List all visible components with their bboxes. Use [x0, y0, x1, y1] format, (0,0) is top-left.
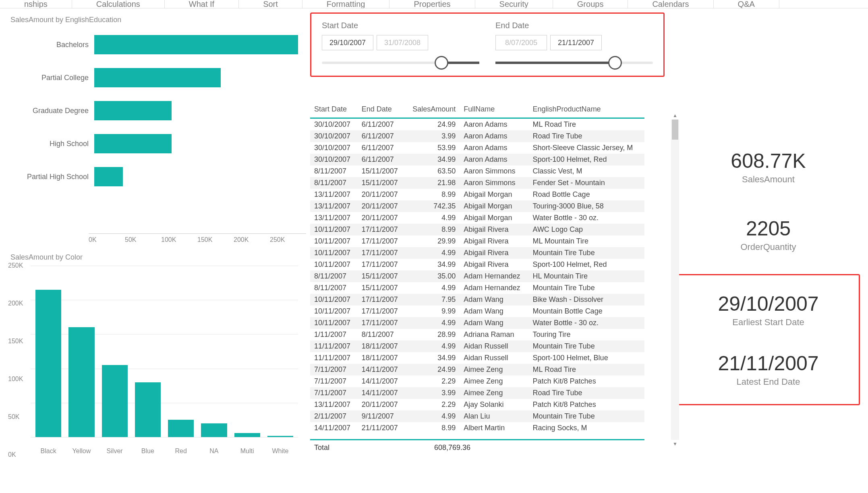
table-header[interactable]: FullName [460, 101, 528, 118]
start-date-from-input[interactable] [322, 35, 373, 50]
vbar-bar[interactable] [68, 327, 94, 437]
table-cell: 15/11/2007 [358, 177, 405, 189]
card-earliest-date[interactable]: 29/10/2007 Earliest Start Date [686, 292, 851, 328]
table-cell: 4.99 [405, 317, 460, 329]
table-cell: 14/11/2007 [358, 387, 405, 399]
ribbon-tab[interactable]: Sort [239, 0, 302, 8]
vbar-bar[interactable] [234, 433, 260, 437]
table-row[interactable]: 8/11/200715/11/200735.00Adam HernandezHL… [310, 270, 644, 282]
start-date-to-input[interactable] [377, 35, 428, 50]
table-row[interactable]: 8/11/200715/11/200763.50Aaron SimmonsCla… [310, 165, 644, 177]
card-order-quantity[interactable]: 2205 OrderQuantity [677, 217, 860, 252]
table-row[interactable]: 10/11/200717/11/20079.99Adam WangMountai… [310, 305, 644, 317]
axis-tick: 50K [8, 413, 19, 421]
table-row[interactable]: 7/11/200714/11/20073.99Aimee ZengRoad Ti… [310, 387, 644, 399]
end-date-from-input[interactable] [495, 35, 547, 50]
table-cell: 4.99 [405, 212, 460, 224]
table-cell: 9/11/2007 [358, 410, 405, 422]
end-date-to-input[interactable] [550, 35, 602, 50]
vbar-category-label: NA [201, 448, 227, 455]
table-total-label: Total [310, 440, 364, 456]
table-row[interactable]: 7/11/200714/11/20072.29Aimee ZengPatch K… [310, 375, 644, 387]
ribbon-tab[interactable]: What If [165, 0, 239, 8]
ribbon-tab[interactable]: nships [0, 0, 72, 8]
table-cell: ML Road Tire [529, 364, 644, 375]
table-header[interactable]: SalesAmount [405, 101, 460, 118]
hbar-category-label: Bachelors [8, 41, 94, 49]
table-cell: Aaron Adams [460, 130, 528, 142]
table-row[interactable]: 10/11/200717/11/20078.99Abigail RiveraAW… [310, 224, 644, 235]
table-cell: Alan Liu [460, 410, 528, 422]
scrollbar-thumb[interactable] [672, 120, 678, 140]
chart-sales-by-color[interactable]: BlackYellowSilverBlueRedNAMultiWhite 0K5… [8, 266, 298, 455]
vbar-bar[interactable] [201, 423, 227, 437]
table-row[interactable]: 7/11/200714/11/200724.99Aimee ZengML Roa… [310, 364, 644, 375]
table-header[interactable]: EnglishProductName [529, 101, 644, 118]
vbar-category-label: Blue [135, 448, 161, 455]
ribbon-tab[interactable]: Formatting [302, 0, 390, 8]
ribbon-tab[interactable]: Groups [553, 0, 628, 8]
vbar-bar[interactable] [102, 365, 128, 437]
table-header[interactable]: Start Date [310, 101, 358, 118]
card-sales-amount[interactable]: 608.77K SalesAmount [677, 149, 860, 185]
ribbon-tab[interactable]: Security [475, 0, 553, 8]
table-row[interactable]: 10/11/200717/11/20074.99Adam WangWater B… [310, 317, 644, 329]
vbar-bar[interactable] [267, 436, 293, 437]
ribbon-tab[interactable]: Properties [389, 0, 475, 8]
table-cell: 17/11/2007 [358, 305, 405, 317]
table-cell: 20/11/2007 [358, 399, 405, 410]
table-row[interactable]: 10/11/200717/11/20077.95Adam WangBike Wa… [310, 294, 644, 305]
slider-thumb[interactable] [435, 56, 448, 70]
card-latest-date[interactable]: 21/11/2007 Latest End Date [686, 352, 851, 387]
table-row[interactable]: 13/11/200720/11/2007742.35Abigail Morgan… [310, 200, 644, 212]
table-row[interactable]: 14/11/200721/11/20078.99Albert MartinRac… [310, 422, 644, 434]
table-cell: 13/11/2007 [310, 399, 358, 410]
table-row[interactable]: 10/11/200717/11/20074.99Abigail RiveraMo… [310, 247, 644, 259]
vbar-bar[interactable] [168, 420, 194, 437]
table-cell: 8/11/2007 [310, 177, 358, 189]
table-row[interactable]: 30/10/20076/11/20073.99Aaron AdamsRoad T… [310, 130, 644, 142]
table-scrollbar[interactable]: ▲ ▼ [671, 120, 679, 440]
end-date-slicer[interactable]: End Date [495, 21, 653, 68]
hbar-bar[interactable] [94, 167, 123, 186]
hbar-bar[interactable] [94, 134, 172, 153]
table-row[interactable]: 8/11/200715/11/200721.98Aaron SimmonsFen… [310, 177, 644, 189]
end-date-label: End Date [495, 21, 653, 30]
table-row[interactable]: 2/11/20079/11/20074.99Alan LiuMountain T… [310, 410, 644, 422]
vbar-bar[interactable] [35, 290, 61, 437]
hbar-bar[interactable] [94, 101, 172, 120]
vbar-bar[interactable] [135, 382, 161, 437]
hbar-category-label: High School [8, 140, 94, 148]
table-header[interactable]: End Date [358, 101, 405, 118]
table-row[interactable]: 1/11/20078/11/200728.99Adriana RamanTour… [310, 329, 644, 340]
chart-sales-by-education[interactable]: BachelorsPartial CollegeGraduate DegreeH… [8, 28, 298, 233]
ribbon-tab[interactable]: Calendars [628, 0, 713, 8]
table-row[interactable]: 13/11/200720/11/20074.99Abigail MorganWa… [310, 212, 644, 224]
start-date-slider[interactable] [322, 62, 479, 64]
data-table-visual[interactable]: Start DateEnd DateSalesAmountFullNameEng… [310, 101, 665, 455]
table-cell: 21/11/2007 [358, 422, 405, 434]
axis-tick: 0K [89, 236, 125, 243]
table-row[interactable]: 30/10/20076/11/200724.99Aaron AdamsML Ro… [310, 118, 644, 131]
table-row[interactable]: 10/11/200717/11/200734.99Abigail RiveraS… [310, 259, 644, 270]
start-date-slicer[interactable]: Start Date [322, 21, 479, 68]
ribbon-tab[interactable]: Q&A [714, 0, 779, 8]
hbar-bar[interactable] [94, 68, 221, 87]
table-row[interactable]: 30/10/20076/11/200753.99Aaron AdamsShort… [310, 142, 644, 154]
table-row[interactable]: 8/11/200715/11/20074.99Adam HernandezMou… [310, 282, 644, 294]
table-cell: 9.99 [405, 305, 460, 317]
table-cell: 10/11/2007 [310, 259, 358, 270]
table-row[interactable]: 10/11/200717/11/200729.99Abigail RiveraM… [310, 235, 644, 247]
table-row[interactable]: 30/10/20076/11/200734.99Aaron AdamsSport… [310, 154, 644, 165]
ribbon-tab[interactable]: Calculations [72, 0, 165, 8]
table-row[interactable]: 11/11/200718/11/200734.99Aidan RussellSp… [310, 352, 644, 364]
table-row[interactable]: 13/11/200720/11/20072.29Ajay SolankiPatc… [310, 399, 644, 410]
table-row[interactable]: 11/11/200718/11/20074.99Aidan RussellMou… [310, 340, 644, 352]
slider-thumb[interactable] [608, 56, 622, 70]
scroll-up-icon[interactable]: ▲ [671, 111, 679, 120]
table-row[interactable]: 13/11/200720/11/20078.99Abigail MorganRo… [310, 189, 644, 200]
scroll-down-icon[interactable]: ▼ [671, 440, 679, 448]
end-date-slider[interactable] [495, 62, 653, 64]
hbar-bar[interactable] [94, 35, 298, 54]
start-date-label: Start Date [322, 21, 479, 30]
